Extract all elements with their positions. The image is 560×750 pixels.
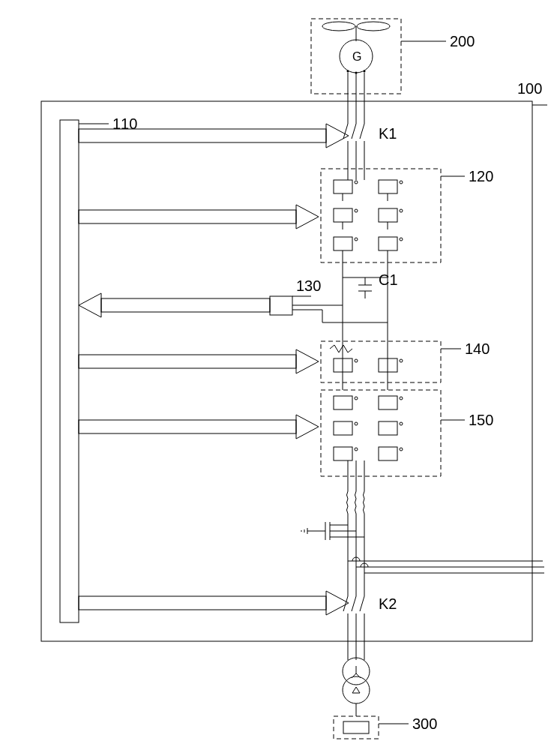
- svg-marker-17: [326, 124, 349, 148]
- svg-marker-23: [296, 350, 319, 374]
- label-generator: G: [352, 50, 361, 63]
- svg-point-85: [355, 422, 358, 425]
- svg-rect-18: [79, 210, 296, 224]
- svg-rect-53: [379, 237, 397, 250]
- svg-rect-48: [379, 208, 397, 222]
- label-110: 110: [112, 116, 137, 132]
- svg-point-89: [355, 448, 358, 451]
- svg-line-29: [352, 124, 356, 139]
- svg-line-119: [352, 674, 356, 678]
- svg-point-87: [400, 422, 403, 425]
- svg-point-91: [400, 448, 403, 451]
- svg-point-75: [400, 359, 403, 362]
- svg-rect-88: [334, 447, 352, 460]
- svg-rect-51: [334, 237, 352, 250]
- inverter-150: 150: [321, 390, 493, 491]
- arrow-to-k2: [79, 591, 349, 615]
- capacitor-c1: C1: [343, 272, 398, 341]
- converter-120: 120: [321, 168, 493, 278]
- svg-rect-20: [101, 298, 270, 312]
- svg-point-83: [400, 397, 403, 400]
- controller-110: 110: [60, 116, 137, 622]
- svg-rect-124: [343, 722, 369, 734]
- svg-marker-21: [79, 293, 101, 317]
- svg-rect-78: [321, 390, 441, 476]
- svg-rect-45: [334, 208, 352, 222]
- svg-point-6: [347, 70, 349, 73]
- svg-rect-80: [334, 396, 352, 410]
- svg-rect-26: [79, 596, 326, 610]
- arrow-from-130: [79, 293, 270, 317]
- svg-point-8: [364, 70, 366, 73]
- svg-point-3: [357, 22, 390, 31]
- svg-rect-42: [379, 180, 397, 194]
- switch-k1: K1: [343, 124, 397, 169]
- sense-130: 130: [270, 278, 388, 322]
- label-130: 130: [296, 278, 321, 294]
- svg-line-120: [356, 674, 361, 678]
- svg-rect-22: [79, 355, 296, 368]
- label-120: 120: [469, 168, 493, 184]
- svg-marker-27: [326, 591, 349, 615]
- svg-marker-121: [352, 687, 360, 693]
- svg-line-30: [360, 124, 364, 139]
- svg-rect-82: [379, 396, 397, 410]
- arrow-to-140: [79, 350, 319, 374]
- svg-point-117: [343, 676, 370, 704]
- chopper-140: 140: [321, 340, 490, 390]
- label-200: 200: [450, 33, 475, 50]
- svg-rect-86: [379, 422, 397, 435]
- label-300: 300: [412, 716, 437, 732]
- label-k2: K2: [379, 596, 397, 612]
- arrow-to-150: [79, 415, 319, 439]
- system-box-100: 100: [41, 80, 547, 641]
- label-100: 100: [517, 80, 542, 97]
- svg-rect-39: [334, 180, 352, 194]
- svg-point-54: [400, 238, 403, 241]
- arrow-to-120: [79, 205, 319, 229]
- svg-marker-19: [296, 205, 319, 229]
- svg-marker-25: [296, 415, 319, 439]
- label-c1: C1: [379, 272, 398, 288]
- label-140: 140: [465, 340, 490, 357]
- svg-point-52: [355, 238, 358, 241]
- svg-point-81: [355, 397, 358, 400]
- svg-point-2: [322, 22, 355, 31]
- svg-rect-90: [379, 447, 397, 460]
- svg-point-46: [355, 209, 358, 212]
- svg-rect-123: [334, 716, 379, 739]
- svg-rect-14: [60, 120, 79, 622]
- svg-point-43: [400, 181, 403, 184]
- output-filter: [301, 491, 364, 555]
- svg-rect-24: [79, 420, 296, 434]
- svg-point-40: [355, 181, 358, 184]
- label-k1: K1: [379, 125, 397, 142]
- svg-rect-34: [321, 169, 441, 262]
- branch-right: [348, 555, 544, 573]
- switch-k2: K2: [343, 596, 397, 660]
- generator-block: 200 G: [311, 19, 475, 124]
- label-150: 150: [469, 412, 493, 428]
- svg-point-49: [400, 209, 403, 212]
- svg-line-112: [360, 596, 364, 611]
- svg-rect-12: [41, 101, 532, 641]
- svg-rect-57: [270, 296, 292, 315]
- svg-point-73: [355, 359, 358, 362]
- svg-rect-84: [334, 422, 352, 435]
- svg-line-111: [352, 596, 356, 611]
- svg-rect-70: [321, 341, 441, 382]
- transformer-300: 300: [334, 658, 437, 739]
